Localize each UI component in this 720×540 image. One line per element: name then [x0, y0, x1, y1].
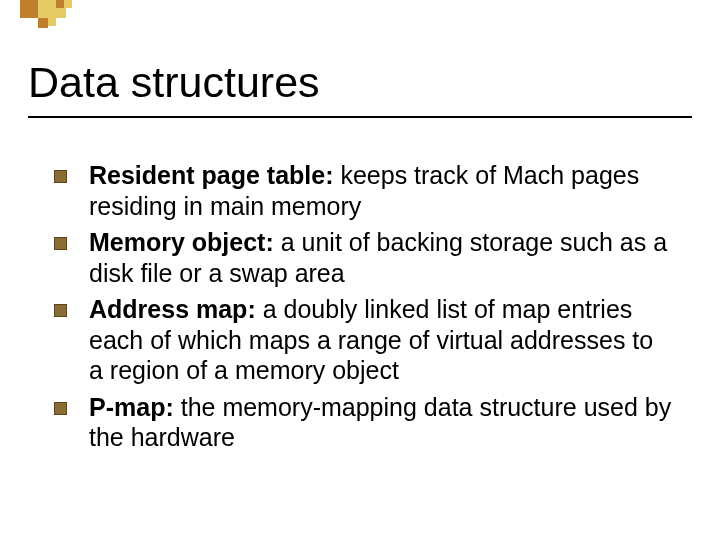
decor-square	[38, 18, 48, 28]
decor-square	[56, 0, 64, 8]
decor-square	[48, 18, 56, 26]
list-item-text: Address map: a doubly linked list of map…	[89, 294, 674, 386]
term: Resident page table:	[89, 161, 334, 189]
slide-title: Data structures	[28, 58, 320, 107]
list-item-text: P-map: the memory-mapping data structure…	[89, 392, 674, 453]
square-bullet-icon	[54, 304, 67, 317]
term: Memory object:	[89, 228, 274, 256]
definition: the memory-mapping data structure used b…	[89, 393, 671, 452]
bullet-list: Resident page table: keeps track of Mach…	[54, 160, 674, 459]
slide: Data structures Resident page table: kee…	[0, 0, 720, 540]
list-item: Address map: a doubly linked list of map…	[54, 294, 674, 386]
list-item-text: Memory object: a unit of backing storage…	[89, 227, 674, 288]
decor-square	[38, 0, 56, 18]
decor-square	[20, 0, 38, 18]
list-item: Resident page table: keeps track of Mach…	[54, 160, 674, 221]
square-bullet-icon	[54, 402, 67, 415]
square-bullet-icon	[54, 170, 67, 183]
title-underline	[28, 116, 692, 118]
square-bullet-icon	[54, 237, 67, 250]
term: Address map:	[89, 295, 256, 323]
decor-square	[56, 8, 66, 18]
list-item-text: Resident page table: keeps track of Mach…	[89, 160, 674, 221]
list-item: P-map: the memory-mapping data structure…	[54, 392, 674, 453]
term: P-map:	[89, 393, 174, 421]
list-item: Memory object: a unit of backing storage…	[54, 227, 674, 288]
decor-square	[64, 0, 72, 8]
